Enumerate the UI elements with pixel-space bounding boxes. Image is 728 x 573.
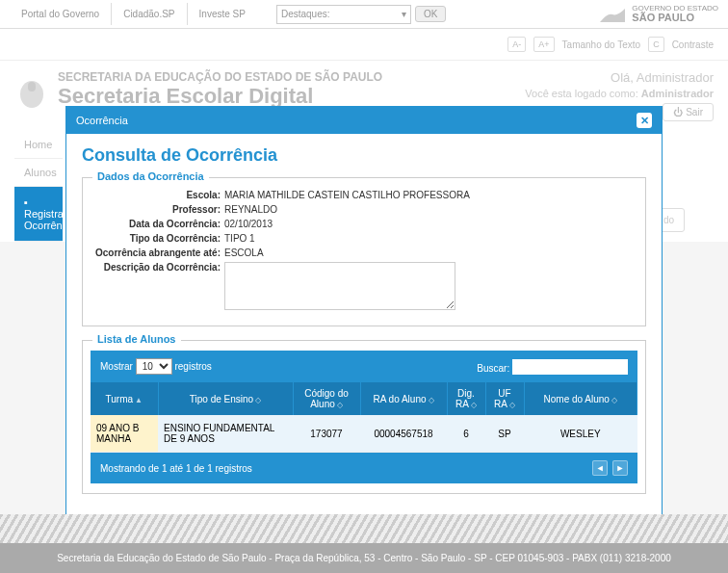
page-size-select[interactable]: 10 — [136, 358, 172, 375]
power-icon: ⏻ — [673, 107, 683, 117]
descricao-textarea[interactable] — [224, 262, 455, 310]
modal-title: Consulta de Ocorrência — [82, 145, 646, 166]
accessibility-bar: A- A+ Tamanho do Texto C Contraste — [0, 29, 728, 61]
search-input[interactable] — [512, 359, 628, 375]
col-dig[interactable]: Dig. RA◇ — [447, 382, 485, 415]
fieldset-legend-alunos: Lista de Alunos — [92, 333, 181, 345]
alunos-table: Turma▲ Tipo de Ensino◇ Código do Aluno◇ … — [91, 382, 637, 453]
sort-icon: ◇ — [255, 396, 261, 404]
prev-page-button[interactable]: ◄ — [592, 460, 608, 476]
escola-label: Escola: — [94, 190, 224, 200]
sort-icon: ◇ — [429, 396, 434, 404]
professor-label: Professor: — [94, 204, 224, 215]
header-line1: SECRETARIA DA EDUCAÇÃO DO ESTADO DE SÃO … — [58, 70, 525, 84]
dados-ocorrencia-fieldset: Dados da Ocorrência Escola:MARIA MATHILD… — [82, 177, 646, 326]
tamanho-label: Tamanho do Texto — [562, 39, 641, 50]
cell-ra: 00004567518 — [360, 415, 447, 453]
gov-logo: GOVERNO DO ESTADO SÃO PAULO — [598, 5, 718, 24]
sort-icon: ◇ — [509, 401, 515, 409]
cell-nome: WESLEY — [524, 415, 637, 453]
tipo-label: Tipo da Ocorrência: — [94, 233, 224, 244]
col-codigo[interactable]: Código do Aluno◇ — [293, 382, 360, 415]
modal-body: Consulta de Ocorrência Dados da Ocorrênc… — [66, 134, 662, 519]
chevron-down-icon: ▾ — [402, 9, 406, 19]
page-size-control: Mostrar 10 registros — [100, 358, 212, 375]
desc-label: Descrição da Ocorrência: — [94, 262, 224, 310]
professor-value: REYNALDO — [224, 204, 277, 215]
svg-rect-1 — [28, 82, 36, 91]
tipo-value: TIPO 1 — [224, 233, 255, 244]
link-portal-governo[interactable]: Portal do Governo — [10, 3, 112, 25]
pagination: ◄ ► — [590, 460, 628, 476]
destaques-group: Destaques: ▾ OK — [276, 5, 446, 24]
font-increase-button[interactable]: A+ — [533, 37, 554, 52]
cell-codigo: 173077 — [293, 415, 360, 453]
abrang-label: Ocorrência abrangente até: — [94, 247, 224, 258]
destaques-label: Destaques: — [281, 9, 330, 19]
footer-stripes — [0, 514, 728, 543]
gov-big-text: SÃO PAULO — [632, 12, 694, 23]
table-header-row: Turma▲ Tipo de Ensino◇ Código do Aluno◇ … — [91, 382, 637, 415]
mouse-icon — [14, 70, 48, 109]
nav-home[interactable]: Home — [14, 131, 63, 159]
nav-registrar-ocorrencia[interactable]: ▪ RegistrarOcorrência — [14, 187, 63, 242]
close-button[interactable]: ✕ — [637, 113, 652, 128]
escola-value: MARIA MATHILDE CASTEIN CASTILHO PROFESSO… — [224, 190, 470, 200]
col-nome[interactable]: Nome do Aluno◇ — [524, 382, 637, 415]
cell-dig: 6 — [447, 415, 485, 453]
logout-button[interactable]: ⏻ Sair — [663, 103, 714, 121]
contraste-label: Contraste — [672, 39, 714, 50]
col-uf[interactable]: UF RA◇ — [485, 382, 524, 415]
logged-as: Você esta logado como: Administrador — [525, 88, 714, 99]
datatable-footer: Mostrando de 1 até 1 de 1 registros ◄ ► — [91, 453, 637, 483]
sort-icon: ◇ — [337, 401, 343, 409]
cell-turma: 09 ANO B MANHA — [91, 415, 158, 453]
search-control: Buscar: — [477, 359, 628, 375]
link-cidadao-sp[interactable]: Cidadão.SP — [112, 3, 187, 25]
sao-paulo-icon — [598, 5, 627, 24]
records-info: Mostrando de 1 até 1 de 1 registros — [100, 463, 252, 474]
contrast-button[interactable]: C — [648, 37, 664, 52]
sort-icon: ◇ — [611, 396, 617, 404]
close-icon: ✕ — [640, 115, 649, 127]
sort-icon: ◇ — [471, 401, 477, 409]
next-page-button[interactable]: ► — [612, 460, 628, 476]
ok-button[interactable]: OK — [415, 6, 446, 22]
lista-alunos-fieldset: Lista de Alunos Mostrar 10 registros Bus… — [82, 340, 646, 494]
top-bar: Portal do Governo Cidadão.SP Investe SP … — [0, 0, 728, 29]
modal-header-title: Ocorrência — [76, 115, 128, 126]
font-decrease-button[interactable]: A- — [507, 37, 526, 52]
modal-header: Ocorrência ✕ — [66, 107, 662, 134]
col-turma[interactable]: Turma▲ — [91, 382, 158, 415]
cell-tipo-ensino: ENSINO FUNDAMENTAL DE 9 ANOS — [158, 415, 293, 453]
sort-asc-icon: ▲ — [135, 396, 143, 404]
greeting: Olá, Administrador — [525, 70, 714, 85]
ocorrencia-modal: Ocorrência ✕ Consulta de Ocorrência Dado… — [65, 106, 663, 520]
datatable-controls: Mostrar 10 registros Buscar: — [91, 351, 637, 382]
fieldset-legend-dados: Dados da Ocorrência — [92, 170, 209, 182]
table-row[interactable]: 09 ANO B MANHA ENSINO FUNDAMENTAL DE 9 A… — [91, 415, 637, 453]
col-ra[interactable]: RA do Aluno◇ — [360, 382, 447, 415]
col-tipo-ensino[interactable]: Tipo de Ensino◇ — [158, 382, 293, 415]
top-links: Portal do Governo Cidadão.SP Investe SP — [10, 3, 257, 25]
cell-uf: SP — [485, 415, 524, 453]
data-value: 02/10/2013 — [224, 219, 273, 229]
data-label: Data da Ocorrência: — [94, 219, 224, 229]
nav-alunos[interactable]: Alunos — [14, 159, 63, 187]
link-investe-sp[interactable]: Investe SP — [188, 3, 257, 25]
sidebar: Home Alunos ▪ RegistrarOcorrência — [14, 131, 63, 242]
destaques-select[interactable]: Destaques: ▾ — [276, 5, 411, 24]
footer-text: Secretaria da Educação do Estado de São … — [0, 543, 728, 573]
abrang-value: ESCOLA — [224, 247, 264, 258]
